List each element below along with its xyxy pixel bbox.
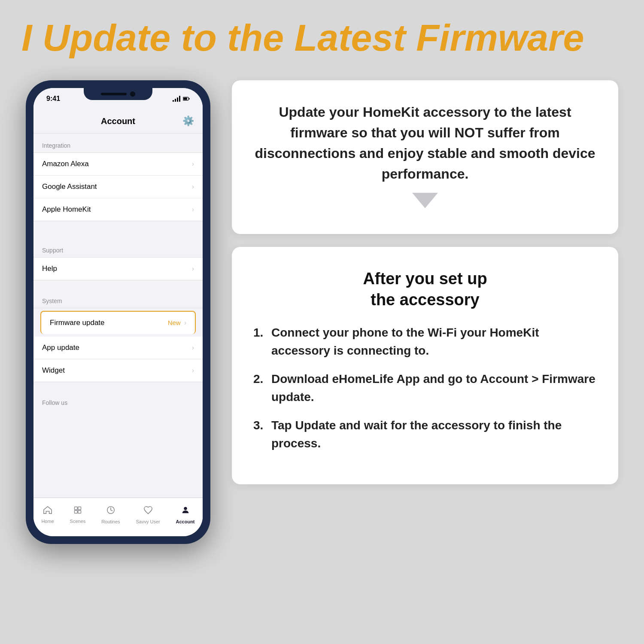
savvy-user-icon [143, 505, 153, 517]
app-header: Account ⚙️ [33, 109, 203, 134]
status-time: 9:41 [46, 95, 60, 103]
tab-routines[interactable]: Routines [101, 505, 120, 524]
spacer [33, 280, 203, 289]
signal-icon [173, 96, 180, 102]
step-2: 2. Download eHomeLife App and go to Acco… [253, 370, 597, 406]
svg-rect-8 [78, 507, 81, 510]
google-assistant-label: Google Assistant [42, 182, 97, 191]
chevron-icon: › [192, 183, 194, 191]
step-num: 1. [253, 324, 266, 360]
spacer [33, 418, 203, 427]
step-3: 3. Tap Update and wait for the accessory… [253, 416, 597, 453]
tab-bar: Home Scenes Routines [33, 498, 203, 536]
list-item[interactable]: Amazon Alexa › [33, 153, 203, 176]
status-icons [173, 96, 190, 102]
new-badge: New [168, 319, 181, 326]
battery-icon [183, 96, 190, 101]
steps-title: After you set upthe accessory [253, 268, 597, 311]
list-item[interactable]: App update › [33, 337, 203, 359]
phone-screen: 9:41 Account [33, 88, 203, 536]
spacer [33, 410, 203, 418]
tab-account-label: Account [176, 519, 195, 524]
app-update-label: App update [42, 343, 79, 352]
page-title: I Update to the Latest Firmware [21, 17, 623, 59]
step-num: 2. [253, 370, 266, 406]
right-panel: Update your HomeKit accessory to the lat… [232, 80, 618, 484]
scenes-icon [73, 506, 82, 517]
chevron-icon: › [192, 160, 194, 168]
steps-card: After you set upthe accessory 1. Connect… [232, 247, 618, 484]
step-num: 3. [253, 416, 266, 453]
home-icon [43, 506, 52, 517]
chevron-icon: › [184, 319, 186, 327]
spacer [33, 221, 203, 230]
spacer [33, 382, 203, 391]
settings-icon[interactable]: ⚙️ [182, 115, 194, 127]
widget-label: Widget [42, 366, 65, 375]
spacer [33, 230, 203, 238]
tab-savvy-user-label: Savvy User [136, 519, 160, 524]
firmware-right: New › [168, 319, 186, 327]
tab-home-label: Home [41, 519, 54, 524]
tab-savvy-user[interactable]: Savvy User [136, 505, 160, 524]
svg-rect-9 [74, 510, 77, 513]
chevron-icon: › [192, 344, 194, 352]
notch-speaker [101, 93, 127, 95]
section-support: Support [33, 238, 203, 257]
spacer [33, 427, 203, 435]
support-group: Help › [33, 257, 203, 280]
svg-rect-0 [173, 100, 174, 102]
svg-rect-6 [183, 97, 187, 100]
firmware-update-label: Firmware update [50, 319, 105, 327]
page-header: I Update to the Latest Firmware [0, 0, 644, 67]
notch-camera [130, 91, 135, 97]
tab-scenes[interactable]: Scenes [70, 506, 86, 524]
list-item[interactable]: Help › [33, 258, 203, 280]
section-system: System [33, 289, 203, 308]
section-integration: Integration [33, 134, 203, 152]
list-item[interactable]: Apple HomeKit › [33, 198, 203, 221]
tab-routines-label: Routines [101, 519, 120, 524]
arrow-down-icon [253, 193, 597, 208]
integration-group: Amazon Alexa › Google Assistant › Apple … [33, 152, 203, 221]
step-2-text: Download eHomeLife App and go to Account… [271, 370, 597, 406]
account-icon [181, 505, 190, 517]
phone-notch [84, 88, 152, 100]
list-item[interactable]: Google Assistant › [33, 176, 203, 198]
steps-list: 1. Connect your phone to the Wi-Fi your … [253, 324, 597, 453]
routines-icon [106, 505, 115, 517]
system-group: Firmware update New › App update › Widge… [33, 308, 203, 382]
firmware-update-item[interactable]: Firmware update New › [40, 311, 196, 334]
chevron-icon: › [192, 206, 194, 213]
tab-scenes-label: Scenes [70, 519, 86, 524]
chevron-icon: › [192, 367, 194, 374]
svg-rect-7 [74, 507, 77, 510]
main-content: 9:41 Account [0, 67, 644, 561]
info-description: Update your HomeKit accessory to the lat… [253, 102, 597, 184]
phone-mockup: 9:41 Account [26, 80, 210, 544]
svg-point-12 [184, 507, 187, 510]
svg-rect-3 [179, 96, 180, 102]
tab-account[interactable]: Account [176, 505, 195, 524]
step-1: 1. Connect your phone to the Wi-Fi your … [253, 324, 597, 360]
apple-homekit-label: Apple HomeKit [42, 205, 91, 214]
tab-home[interactable]: Home [41, 506, 54, 524]
section-follow: Follow us [33, 391, 203, 410]
amazon-alexa-label: Amazon Alexa [42, 160, 89, 168]
list-item[interactable]: Widget › [33, 359, 203, 382]
step-1-text: Connect your phone to the Wi-Fi your Hom… [271, 324, 597, 360]
help-label: Help [42, 264, 57, 273]
step-3-text: Tap Update and wait for the accessory to… [271, 416, 597, 453]
svg-rect-1 [175, 99, 176, 102]
svg-rect-10 [78, 510, 81, 513]
info-card: Update your HomeKit accessory to the lat… [232, 80, 618, 234]
chevron-icon: › [192, 265, 194, 273]
app-header-title: Account [101, 116, 135, 126]
svg-rect-5 [188, 98, 189, 100]
app-content[interactable]: Integration Amazon Alexa › Google Assist… [33, 134, 203, 498]
svg-rect-2 [177, 97, 178, 102]
